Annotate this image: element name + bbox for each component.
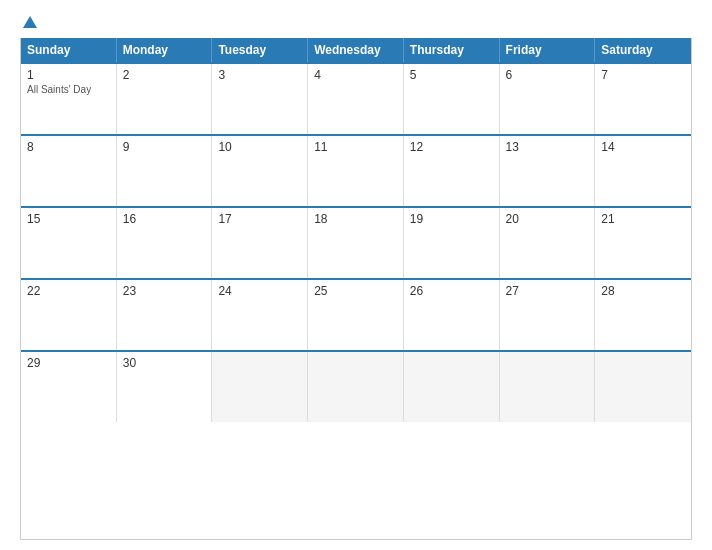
day-number: 2: [123, 68, 206, 82]
day-number: 4: [314, 68, 397, 82]
day-cell: 2: [117, 64, 213, 134]
day-number: 13: [506, 140, 589, 154]
day-cell: 13: [500, 136, 596, 206]
logo-triangle-icon: [23, 16, 37, 28]
day-number: 26: [410, 284, 493, 298]
day-cell: 11: [308, 136, 404, 206]
day-cell: 27: [500, 280, 596, 350]
day-header-wednesday: Wednesday: [308, 38, 404, 62]
day-cell: 29: [21, 352, 117, 422]
day-cell: 22: [21, 280, 117, 350]
day-number: 16: [123, 212, 206, 226]
day-number: 18: [314, 212, 397, 226]
day-number: 25: [314, 284, 397, 298]
day-cell: 24: [212, 280, 308, 350]
day-number: 1: [27, 68, 110, 82]
calendar-page: SundayMondayTuesdayWednesdayThursdayFrid…: [0, 0, 712, 550]
day-cell: 16: [117, 208, 213, 278]
logo: [20, 16, 37, 28]
day-cell: 18: [308, 208, 404, 278]
day-cell: 15: [21, 208, 117, 278]
day-cell: 20: [500, 208, 596, 278]
day-header-saturday: Saturday: [595, 38, 691, 62]
day-cell: [308, 352, 404, 422]
day-header-thursday: Thursday: [404, 38, 500, 62]
holiday-label: All Saints' Day: [27, 84, 110, 95]
day-cell: 28: [595, 280, 691, 350]
day-number: 27: [506, 284, 589, 298]
day-number: 8: [27, 140, 110, 154]
day-cell: 26: [404, 280, 500, 350]
day-cell: 10: [212, 136, 308, 206]
day-cell: 1All Saints' Day: [21, 64, 117, 134]
day-number: 29: [27, 356, 110, 370]
day-number: 14: [601, 140, 685, 154]
day-number: 7: [601, 68, 685, 82]
day-cell: 19: [404, 208, 500, 278]
day-cell: 3: [212, 64, 308, 134]
day-number: 3: [218, 68, 301, 82]
header: [20, 16, 692, 28]
weeks-container: 1All Saints' Day234567891011121314151617…: [21, 62, 691, 422]
day-cell: [212, 352, 308, 422]
day-cell: [404, 352, 500, 422]
day-number: 21: [601, 212, 685, 226]
day-number: 20: [506, 212, 589, 226]
week-row-1: 891011121314: [21, 134, 691, 206]
day-number: 6: [506, 68, 589, 82]
day-cell: 17: [212, 208, 308, 278]
day-number: 22: [27, 284, 110, 298]
day-number: 17: [218, 212, 301, 226]
day-cell: [595, 352, 691, 422]
day-cell: [500, 352, 596, 422]
day-cell: 5: [404, 64, 500, 134]
day-cell: 14: [595, 136, 691, 206]
day-cell: 9: [117, 136, 213, 206]
day-number: 10: [218, 140, 301, 154]
day-header-tuesday: Tuesday: [212, 38, 308, 62]
week-row-4: 2930: [21, 350, 691, 422]
day-cell: 8: [21, 136, 117, 206]
day-number: 9: [123, 140, 206, 154]
day-number: 28: [601, 284, 685, 298]
day-cell: 23: [117, 280, 213, 350]
day-headers-row: SundayMondayTuesdayWednesdayThursdayFrid…: [21, 38, 691, 62]
day-cell: 25: [308, 280, 404, 350]
day-number: 24: [218, 284, 301, 298]
day-cell: 6: [500, 64, 596, 134]
day-cell: 30: [117, 352, 213, 422]
day-cell: 21: [595, 208, 691, 278]
day-number: 15: [27, 212, 110, 226]
day-number: 12: [410, 140, 493, 154]
day-number: 30: [123, 356, 206, 370]
logo-blue-text: [20, 16, 37, 28]
day-header-friday: Friday: [500, 38, 596, 62]
week-row-2: 15161718192021: [21, 206, 691, 278]
day-number: 19: [410, 212, 493, 226]
day-cell: 7: [595, 64, 691, 134]
day-number: 23: [123, 284, 206, 298]
day-cell: 12: [404, 136, 500, 206]
day-cell: 4: [308, 64, 404, 134]
day-header-monday: Monday: [117, 38, 213, 62]
calendar-grid: SundayMondayTuesdayWednesdayThursdayFrid…: [20, 38, 692, 540]
day-number: 11: [314, 140, 397, 154]
week-row-3: 22232425262728: [21, 278, 691, 350]
day-header-sunday: Sunday: [21, 38, 117, 62]
day-number: 5: [410, 68, 493, 82]
week-row-0: 1All Saints' Day234567: [21, 62, 691, 134]
